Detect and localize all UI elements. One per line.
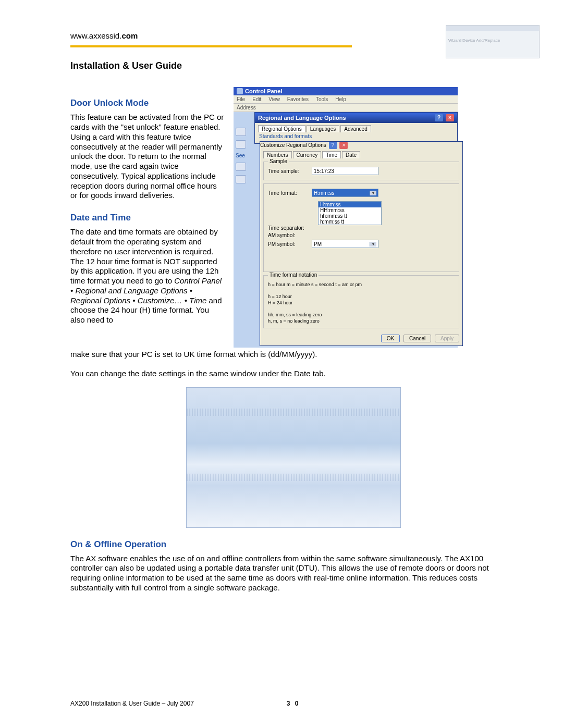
date-time-fullwidth-a: make sure that your PC is set to UK time… [70, 350, 516, 360]
date-time-fullwidth-b: You can change the date settings in the … [70, 369, 516, 379]
date-time-text: The date and time formats are obtained b… [70, 227, 224, 325]
header: www.axxessid.com [70, 31, 516, 40]
cp-window-title: Control Panel [234, 87, 458, 95]
formats-group: Time format: H:mm:ss▾ H:mm:ss HH:mm:ss h… [263, 183, 459, 272]
help-icon[interactable]: ? [329, 142, 337, 149]
pm-symbol-select[interactable]: PM▾ [312, 240, 378, 248]
sidebar-icon [236, 128, 246, 136]
standards-formats-label: Standards and formats [255, 132, 457, 140]
menu-help[interactable]: Help [335, 96, 346, 102]
cancel-button[interactable]: Cancel [403, 335, 431, 342]
chevron-down-icon[interactable]: ▾ [370, 242, 376, 246]
sample-group: Sample Time sample: 15:17:23 [263, 162, 459, 180]
screenshot-regional-options: Control Panel File Edit View Favorites T… [234, 87, 458, 348]
see-also-label: See [236, 153, 247, 158]
tab-numbers[interactable]: Numbers [263, 151, 292, 158]
close-icon[interactable]: × [446, 114, 454, 121]
section-date-time: Date and Time [70, 212, 224, 223]
cp-icon [237, 88, 243, 94]
header-thumbnail: Wizard Device Add/Replace [446, 25, 540, 58]
time-format-dropdown[interactable]: H:mm:ss HH:mm:ss hh:mm:ss tt h:mm:ss tt [318, 201, 382, 225]
cp-menu-bar: File Edit View Favorites Tools Help [234, 95, 458, 104]
tab-time[interactable]: Time [322, 151, 341, 158]
time-separator-label: Time separator: [268, 225, 309, 231]
menu-edit[interactable]: Edit [252, 96, 261, 102]
door-unlock-text: This feature can be activated from the P… [70, 113, 224, 201]
tab-languages[interactable]: Languages [307, 125, 340, 132]
url-left: www.axxessid. [70, 31, 121, 40]
sidebar-icon [236, 140, 246, 149]
tab-advanced[interactable]: Advanced [340, 125, 371, 132]
menu-file[interactable]: File [237, 96, 245, 102]
am-symbol-label: AM symbol: [268, 232, 309, 238]
fmt-opt-3[interactable]: h:mm:ss tt [319, 219, 381, 225]
tab-currency[interactable]: Currency [293, 151, 322, 158]
time-format-select[interactable]: H:mm:ss▾ [312, 189, 378, 197]
apply-button[interactable]: Apply [435, 335, 459, 342]
section-on-offline: On & Offline Operation [70, 539, 516, 550]
page-title: Installation & User Guide [70, 60, 516, 71]
footer-left: AX200 Installation & User Guide – July 2… [70, 700, 194, 707]
menu-tools[interactable]: Tools [316, 96, 328, 102]
close-icon[interactable]: × [339, 142, 348, 149]
time-sample-value: 15:17:23 [312, 167, 378, 175]
on-offline-text: The AX software enables the use of on an… [70, 554, 516, 593]
dialog-regional-language: Regional and Language Options ? × Region… [254, 112, 458, 144]
cust-tabs: Numbers Currency Time Date [260, 149, 462, 158]
cp-address-bar: Address [234, 104, 458, 112]
time-format-label: Time format: [268, 190, 309, 196]
chevron-down-icon[interactable]: ▾ [370, 191, 376, 195]
header-rule [70, 45, 352, 47]
cust-title-bar: Customize Regional Options ? × [260, 142, 462, 149]
tab-regional-options[interactable]: Regional Options [258, 125, 305, 132]
reg-tabs: Regional Options Languages Advanced [255, 123, 457, 132]
ok-button[interactable]: OK [381, 335, 400, 342]
help-icon[interactable]: ? [435, 114, 443, 121]
dialog-customize-regional: Customize Regional Options ? × Numbers C… [260, 141, 463, 346]
section-door-unlock: Door Unlock Mode [70, 97, 224, 108]
left-text-column: Door Unlock Mode This feature can be act… [70, 86, 224, 328]
notation-group: Time format notation h = hour m = minute… [263, 275, 459, 328]
dialog-buttons: OK Cancel Apply [260, 331, 462, 346]
pm-symbol-label: PM symbol: [268, 241, 309, 247]
fmt-opt-1[interactable]: HH:mm:ss [319, 207, 381, 213]
page-number: 3 0 [287, 700, 300, 707]
menu-view[interactable]: View [268, 96, 280, 102]
sidebar-icon [236, 163, 246, 171]
screenshot-date-settings [186, 387, 401, 528]
cp-sidebar: See [236, 128, 247, 183]
header-url: www.axxessid.com [70, 31, 138, 40]
reg-title-bar: Regional and Language Options ? × [255, 113, 457, 123]
sidebar-icon [236, 175, 246, 183]
menu-favorites[interactable]: Favorites [287, 96, 309, 102]
time-sample-label: Time sample: [268, 168, 309, 174]
page-footer: AX200 Installation & User Guide – July 2… [70, 700, 516, 707]
tab-date[interactable]: Date [342, 151, 360, 158]
fmt-opt-0[interactable]: H:mm:ss [319, 202, 381, 207]
url-bold: com [121, 31, 138, 40]
fmt-opt-2[interactable]: hh:mm:ss tt [319, 213, 381, 219]
